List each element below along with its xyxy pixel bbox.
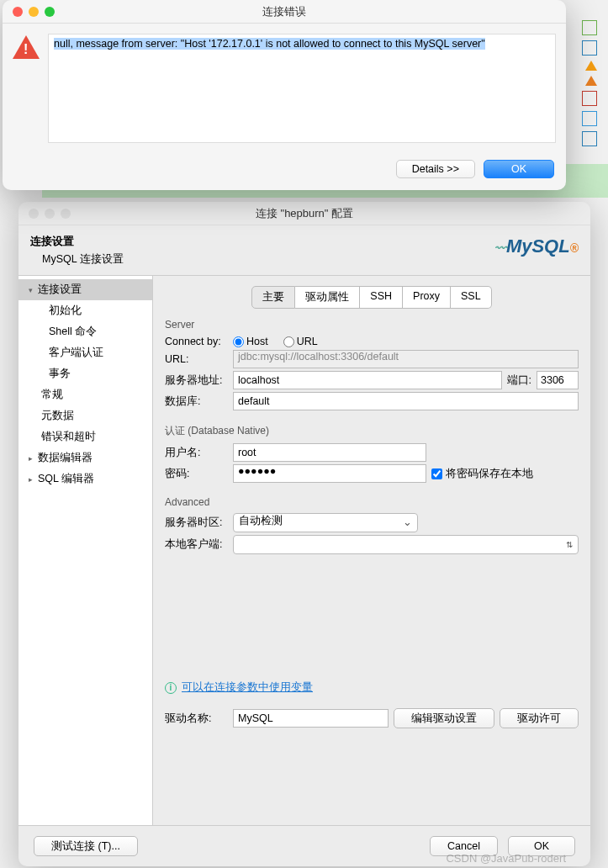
sidebar-item-label: 客户端认证	[49, 346, 103, 360]
variables-link[interactable]: 可以在连接参数中使用变量	[182, 680, 313, 695]
save-password-checkbox[interactable]: 将密码保存在本地	[431, 467, 533, 481]
disclosure-icon: ▾	[29, 286, 33, 294]
sidebar-item-label: 数据编辑器	[38, 451, 93, 465]
sidebar-item-label: 元数据	[41, 409, 74, 423]
mysql-logo: 〰MySQL®	[494, 236, 579, 257]
timezone-label: 服务器时区:	[165, 516, 228, 530]
sidebar-item-8[interactable]: ▸数据编辑器	[19, 447, 152, 468]
test-connection-button[interactable]: 测试连接 (T)...	[34, 836, 138, 856]
sidebar-item-label: 连接设置	[38, 283, 82, 297]
tab-proxy[interactable]: Proxy	[403, 286, 451, 309]
tab-ssl[interactable]: SSL	[451, 286, 492, 309]
sidebar-item-label: 错误和超时	[41, 430, 96, 444]
details-button[interactable]: Details >>	[396, 160, 475, 178]
sidebar-item-9[interactable]: ▸SQL 编辑器	[19, 468, 152, 490]
sidebar-item-2[interactable]: Shell 命令	[19, 321, 152, 342]
server-section: Server	[165, 319, 579, 331]
driver-name-label: 驱动名称:	[165, 712, 228, 726]
error-message-box[interactable]: null, message from server: "Host '172.17…	[48, 34, 556, 143]
minimize-window-icon[interactable]	[45, 209, 55, 219]
info-icon: i	[165, 682, 177, 694]
host-radio[interactable]: Host	[233, 336, 268, 347]
bg-right-icons	[579, 17, 608, 185]
driver-permission-button[interactable]: 驱动许可	[500, 708, 579, 728]
username-input[interactable]	[233, 443, 426, 462]
maximize-window-icon[interactable]	[61, 209, 71, 219]
url-radio[interactable]: URL	[283, 336, 318, 347]
edit-driver-button[interactable]: 编辑驱动设置	[394, 708, 494, 728]
sidebar-item-label: 初始化	[49, 304, 82, 318]
timezone-select[interactable]: 自动检测	[233, 513, 418, 532]
tab-主要[interactable]: 主要	[251, 286, 295, 309]
database-label: 数据库:	[165, 394, 228, 409]
main-panel: 主要驱动属性SSHProxySSL Server Connect by: Hos…	[153, 276, 590, 825]
sidebar-item-label: Shell 命令	[49, 325, 97, 339]
sidebar-item-0[interactable]: ▾连接设置	[19, 279, 152, 300]
tab-驱动属性[interactable]: 驱动属性	[295, 286, 360, 309]
config-title: 连接 "hepburn" 配置	[19, 206, 590, 221]
ok-button[interactable]: OK	[484, 160, 554, 178]
error-title: 连接错误	[3, 4, 566, 19]
auth-section: 认证 (Database Native)	[165, 424, 579, 438]
url-field: jdbc:mysql://localhost:3306/default	[233, 350, 579, 368]
sidebar-item-5[interactable]: 常规	[19, 384, 152, 405]
sidebar-item-7[interactable]: 错误和超时	[19, 426, 152, 447]
local-client-select[interactable]	[233, 535, 579, 554]
driver-name-input[interactable]	[233, 709, 389, 728]
username-label: 用户名:	[165, 446, 228, 460]
sidebar-item-label: 常规	[41, 388, 63, 402]
minimize-window-icon[interactable]	[29, 7, 39, 17]
titlebar: 连接错误	[3, 0, 566, 24]
disclosure-icon: ▸	[29, 454, 33, 463]
sidebar-item-6[interactable]: 元数据	[19, 405, 152, 426]
local-client-label: 本地客户端:	[165, 537, 228, 552]
host-label: 服务器地址:	[165, 373, 228, 388]
error-dialog: 连接错误 null, message from server: "Host '1…	[3, 0, 566, 190]
maximize-window-icon[interactable]	[45, 7, 55, 17]
connect-by-label: Connect by:	[165, 336, 228, 347]
host-input[interactable]	[233, 371, 502, 389]
close-window-icon[interactable]	[29, 209, 39, 219]
url-label: URL:	[165, 353, 228, 365]
tabs: 主要驱动属性SSHProxySSL	[165, 286, 579, 309]
watermark: CSDN @JavaPub-rodert	[446, 852, 566, 865]
password-input[interactable]: ●●●●●●	[233, 464, 426, 483]
sidebar: ▾连接设置初始化Shell 命令客户端认证事务常规元数据错误和超时▸数据编辑器▸…	[19, 276, 153, 825]
password-label: 密码:	[165, 467, 228, 481]
warning-icon	[13, 35, 40, 62]
sidebar-item-1[interactable]: 初始化	[19, 300, 152, 321]
disclosure-icon: ▸	[29, 475, 33, 484]
advanced-section: Advanced	[165, 496, 579, 508]
config-titlebar: 连接 "hepburn" 配置	[19, 202, 590, 225]
error-message-text: null, message from server: "Host '172.17…	[54, 38, 485, 50]
database-input[interactable]	[233, 392, 579, 410]
config-dialog: 连接 "hepburn" 配置 连接设置 MySQL 连接设置 〰MySQL® …	[19, 202, 590, 866]
close-window-icon[interactable]	[13, 7, 23, 17]
sidebar-item-3[interactable]: 客户端认证	[19, 342, 152, 363]
sidebar-item-4[interactable]: 事务	[19, 363, 152, 384]
sidebar-item-label: 事务	[49, 367, 71, 381]
port-input[interactable]	[537, 371, 579, 389]
sidebar-item-label: SQL 编辑器	[38, 472, 94, 486]
port-label: 端口:	[507, 373, 531, 388]
tab-ssh[interactable]: SSH	[360, 286, 403, 309]
